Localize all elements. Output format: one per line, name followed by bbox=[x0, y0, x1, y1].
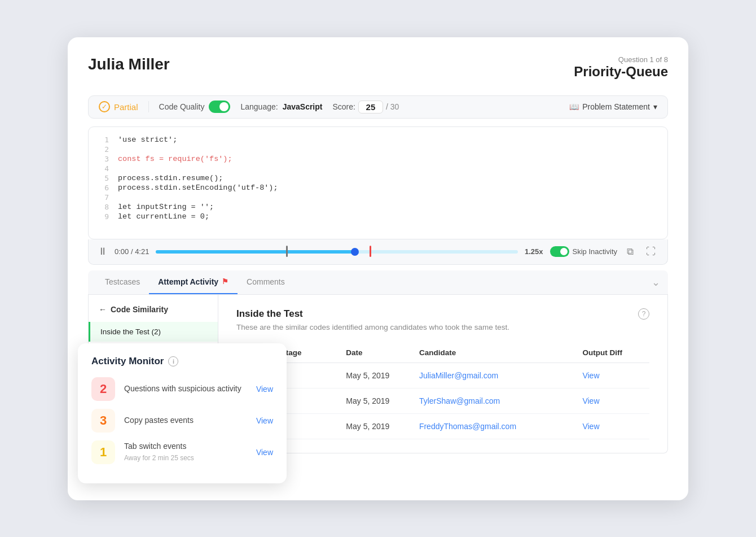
am-sublabel-away: Away for 2 min 25 secs bbox=[124, 453, 247, 463]
view-link[interactable]: View bbox=[582, 413, 649, 439]
candidate-name: Julia Miller bbox=[88, 55, 170, 73]
sidebar-item-inside-test[interactable]: Inside the Test (2) bbox=[89, 322, 218, 342]
problem-statement-button[interactable]: 📖 Problem Statement ▾ bbox=[569, 102, 657, 111]
line-number: 1 bbox=[89, 136, 109, 144]
similarity-table: Match Percentage Date Candidate Output D… bbox=[236, 344, 649, 439]
score-total: / 30 bbox=[386, 102, 399, 111]
progress-dot bbox=[351, 248, 359, 256]
am-count-copypaste: 3 bbox=[100, 413, 107, 428]
tab-comments[interactable]: Comments bbox=[238, 270, 294, 294]
partial-label: Partial bbox=[114, 102, 138, 112]
line-number: 3 bbox=[89, 155, 109, 163]
problem-statement-label: Problem Statement bbox=[582, 102, 650, 111]
code-line-2: 2 bbox=[89, 145, 667, 154]
language-label: Language: bbox=[240, 102, 278, 111]
col-date: Date bbox=[346, 344, 419, 363]
candidate-email[interactable]: FreddyThomas@gmail.com bbox=[419, 413, 583, 439]
code-content: process.stdin.setEncoding('utf-8'); bbox=[118, 184, 278, 192]
line-number: 8 bbox=[89, 203, 109, 211]
code-line-6: 6 process.stdin.setEncoding('utf-8'); bbox=[89, 183, 667, 193]
tab-testcases-label: Testcases bbox=[105, 277, 140, 286]
progress-fill bbox=[156, 250, 355, 254]
skip-toggle-switch[interactable] bbox=[550, 246, 569, 257]
skip-inactivity-toggle[interactable]: Skip Inactivity bbox=[550, 246, 617, 257]
code-line-5: 5 process.stdin.resume(); bbox=[89, 173, 667, 183]
candidate-email[interactable]: TylerShaw@gmail.com bbox=[419, 388, 583, 413]
language-value: JavaScript bbox=[283, 102, 323, 111]
question-of-label: Question 1 of 8 bbox=[574, 55, 668, 64]
table-row: 97% May 5, 2019 TylerShaw@gmail.com View bbox=[236, 388, 649, 413]
candidate-email[interactable]: JuliaMiller@gmail.com bbox=[419, 363, 583, 388]
fullscreen-icon[interactable]: ⛶ bbox=[643, 245, 658, 259]
speed-label[interactable]: 1.25x bbox=[525, 247, 543, 256]
date: May 5, 2019 bbox=[346, 413, 419, 439]
view-link[interactable]: View bbox=[582, 388, 649, 413]
sidebar-item-label: Inside the Test (2) bbox=[100, 328, 161, 336]
am-info-icon: i bbox=[168, 356, 178, 366]
am-badge-copypaste: 3 bbox=[91, 409, 115, 433]
language-item: Language: JavaScript bbox=[240, 102, 322, 111]
line-number: 9 bbox=[89, 212, 109, 221]
progress-bar[interactable] bbox=[156, 250, 518, 254]
similarity-panel-title: Inside the Test bbox=[236, 308, 509, 320]
activity-monitor-title: Activity Monitor bbox=[91, 356, 164, 367]
copy-icon[interactable]: ⧉ bbox=[624, 245, 636, 259]
am-label-copypaste: Copy pastes events bbox=[124, 415, 247, 426]
line-number: 2 bbox=[89, 145, 109, 154]
view-link[interactable]: View bbox=[582, 363, 649, 388]
partial-icon: ✓ bbox=[99, 101, 110, 112]
line-number: 6 bbox=[89, 184, 109, 192]
skip-inactivity-label: Skip Inactivity bbox=[573, 247, 617, 256]
time-label: 0:00 / 4:21 bbox=[115, 247, 149, 256]
tabs-row: Testcases Attempt Activity ⚑ Comments ⌄ bbox=[88, 270, 668, 295]
am-view-suspicious[interactable]: View bbox=[256, 385, 273, 394]
partial-status: ✓ Partial bbox=[99, 101, 149, 112]
score-item: Score: 25 / 30 bbox=[332, 101, 399, 113]
help-icon[interactable]: ? bbox=[638, 308, 649, 320]
am-label-suspicious: Questions with suspicious activity bbox=[124, 383, 247, 395]
tabs-chevron-icon[interactable]: ⌄ bbox=[652, 276, 660, 289]
play-icon[interactable]: ⏸ bbox=[98, 246, 108, 257]
similarity-panel-desc: These are the similar codes identified a… bbox=[236, 323, 509, 331]
am-badge-suspicious: 2 bbox=[91, 377, 115, 401]
code-quality-item: Code Quality bbox=[159, 101, 231, 113]
code-line-7: 7 bbox=[89, 193, 667, 202]
tab-attempt-activity[interactable]: Attempt Activity ⚑ bbox=[149, 270, 238, 294]
code-similarity-label: Code Similarity bbox=[111, 305, 168, 314]
activity-monitor-card: Activity Monitor i 2 Questions with susp… bbox=[78, 343, 287, 483]
col-candidate: Candidate bbox=[419, 344, 583, 363]
am-view-copypaste[interactable]: View bbox=[256, 416, 273, 425]
am-badge-tabswitch: 1 bbox=[91, 440, 115, 464]
line-number: 4 bbox=[89, 164, 109, 173]
score-input[interactable]: 25 bbox=[358, 101, 383, 113]
header-row: Julia Miller Question 1 of 8 Priority-Qu… bbox=[88, 55, 668, 80]
arrow-left-icon: ← bbox=[99, 305, 107, 314]
code-content: let inputString = ''; bbox=[118, 203, 214, 211]
code-content: let currentLine = 0; bbox=[118, 212, 209, 221]
main-card: Julia Miller Question 1 of 8 Priority-Qu… bbox=[68, 37, 688, 500]
col-output-diff: Output Diff bbox=[582, 344, 649, 363]
toolbar: ✓ Partial Code Quality Language: JavaScr… bbox=[88, 95, 668, 119]
code-line-3: 3 const fs = require('fs'); bbox=[89, 154, 667, 164]
am-view-tabswitch[interactable]: View bbox=[256, 448, 273, 457]
code-line-9: 9 let currentLine = 0; bbox=[89, 212, 667, 221]
back-to-code-similarity[interactable]: ← Code Similarity bbox=[89, 305, 218, 322]
am-count-tabswitch: 1 bbox=[100, 445, 107, 460]
book-icon: 📖 bbox=[569, 102, 579, 111]
activity-monitor-header: Activity Monitor i bbox=[91, 356, 273, 367]
progress-marker-1 bbox=[286, 246, 288, 257]
line-number: 7 bbox=[89, 193, 109, 202]
line-number: 5 bbox=[89, 174, 109, 182]
code-editor: 1 'use strict'; 2 3 const fs = require('… bbox=[88, 126, 668, 239]
table-row: 97% May 5, 2019 FreddyThomas@gmail.com V… bbox=[236, 413, 649, 439]
code-quality-toggle[interactable] bbox=[209, 101, 230, 113]
date: May 5, 2019 bbox=[346, 388, 419, 413]
tab-attempt-activity-label: Attempt Activity bbox=[158, 277, 218, 286]
am-label-main: Tab switch events bbox=[124, 441, 247, 452]
flag-icon: ⚑ bbox=[222, 277, 228, 286]
chevron-down-icon: ▾ bbox=[653, 102, 657, 111]
table-row: 98% May 5, 2019 JuliaMiller@gmail.com Vi… bbox=[236, 363, 649, 388]
am-count-suspicious: 2 bbox=[100, 382, 107, 396]
tab-testcases[interactable]: Testcases bbox=[96, 270, 149, 294]
score-label: Score: bbox=[332, 102, 355, 111]
